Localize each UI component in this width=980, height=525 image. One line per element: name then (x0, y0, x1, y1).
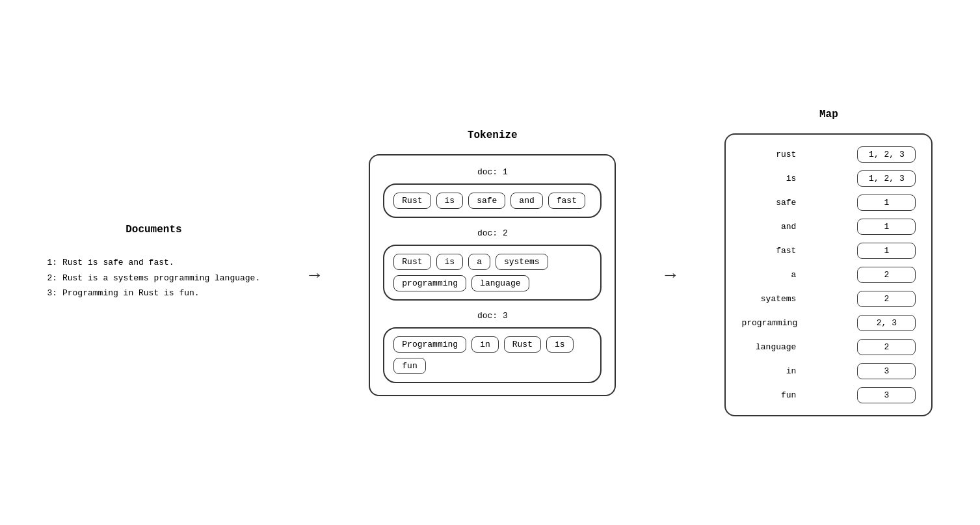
doc-group-3: doc: 3ProgramminginRustisfun (383, 311, 602, 383)
doc-line: 3: Programming in Rust is fun. (47, 286, 261, 301)
map-outer-box: rust1, 2, 3is1, 2, 3safe1and1fast1a2syat… (724, 133, 933, 416)
map-value-box: 1 (857, 243, 916, 259)
map-row: fast1 (741, 243, 916, 259)
token-box: language (471, 275, 529, 291)
token-box: in (471, 336, 499, 353)
token-box: safe (468, 193, 505, 209)
map-value-box: 2 (857, 291, 916, 307)
map-value-box: 3 (857, 363, 916, 379)
tokens-container-1: Rustissafeandfast (383, 183, 602, 218)
documents-section: Documents 1: Rust is safe and fast.2: Ru… (47, 224, 261, 301)
tokens-container-3: ProgramminginRustisfun (383, 327, 602, 383)
map-value-box: 1, 2, 3 (857, 170, 916, 187)
map-key: syatems (741, 294, 806, 304)
token-box: fun (393, 358, 425, 374)
map-value-box: 1 (857, 219, 916, 235)
main-container: Documents 1: Rust is safe and fast.2: Ru… (0, 0, 980, 525)
arrow-1: → (309, 241, 320, 285)
map-header: Map (819, 109, 838, 120)
tokens-container-2: Rustisasystemsprogramminglanguage (383, 245, 602, 301)
map-row: and1 (741, 219, 916, 235)
map-key: programming (741, 318, 808, 328)
doc-line: 1: Rust is safe and fast. (47, 255, 261, 270)
token-box: is (436, 193, 464, 209)
map-row: in3 (741, 363, 916, 379)
token-box: Rust (393, 254, 430, 270)
map-key: a (741, 270, 806, 280)
documents-header: Documents (126, 224, 181, 236)
token-box: and (510, 193, 542, 209)
map-key: fast (741, 246, 806, 256)
tokenize-section: Tokenize doc: 1Rustissafeandfastdoc: 2Ru… (369, 129, 616, 396)
doc-line: 2: Rust is a systems programming languag… (47, 271, 261, 286)
arrow-2-symbol: → (665, 267, 676, 285)
map-row: is1, 2, 3 (741, 170, 916, 187)
map-value-box: 1, 2, 3 (857, 146, 916, 163)
map-key: is (741, 174, 806, 183)
token-box: systems (496, 254, 548, 270)
map-key: in (741, 366, 806, 376)
token-box: is (436, 254, 464, 270)
arrow-2: → (665, 241, 676, 285)
map-key: rust (741, 150, 806, 159)
doc-label-1: doc: 1 (383, 167, 602, 177)
map-key: and (741, 222, 806, 232)
doc-label-3: doc: 3 (383, 311, 602, 321)
arrow-1-symbol: → (309, 267, 320, 285)
map-section: Map rust1, 2, 3is1, 2, 3safe1and1fast1a2… (724, 109, 933, 416)
map-value-box: 1 (857, 195, 916, 211)
token-box: fast (548, 193, 585, 209)
map-row: language2 (741, 339, 916, 355)
map-row: syatems2 (741, 291, 916, 307)
map-key: language (741, 342, 806, 352)
token-box: programming (393, 275, 466, 291)
documents-list: 1: Rust is safe and fast.2: Rust is a sy… (47, 255, 261, 301)
map-row: safe1 (741, 195, 916, 211)
map-row: programming2, 3 (741, 315, 916, 331)
token-box: Rust (393, 193, 430, 209)
token-box: a (468, 254, 490, 270)
tokenize-outer-box: doc: 1Rustissafeandfastdoc: 2Rustisasyst… (369, 154, 616, 396)
map-value-box: 2 (857, 339, 916, 355)
doc-group-1: doc: 1Rustissafeandfast (383, 167, 602, 218)
token-box: is (546, 336, 574, 353)
map-row: rust1, 2, 3 (741, 146, 916, 163)
map-value-box: 3 (857, 387, 916, 403)
map-row: a2 (741, 267, 916, 283)
token-box: Programming (393, 336, 466, 353)
map-key: safe (741, 198, 806, 208)
map-row: fun3 (741, 387, 916, 403)
map-key: fun (741, 390, 806, 400)
doc-group-2: doc: 2Rustisasystemsprogramminglanguage (383, 228, 602, 301)
doc-label-2: doc: 2 (383, 228, 602, 238)
map-value-box: 2, 3 (857, 315, 916, 331)
map-value-box: 2 (857, 267, 916, 283)
tokenize-header: Tokenize (468, 129, 518, 141)
token-box: Rust (504, 336, 541, 353)
